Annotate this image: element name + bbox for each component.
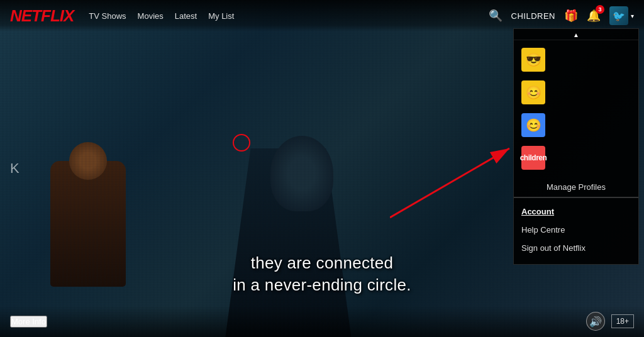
- profile-dropdown: ▲ 😎 😊 😊 children Manage Profiles Account…: [513, 28, 639, 265]
- subtitles: they are connected in a never-ending cir…: [233, 252, 411, 296]
- help-centre-link[interactable]: Help Centre: [521, 221, 631, 238]
- navbar: NETFLIX TV Shows Movies Latest My List 🔍…: [0, 0, 644, 31]
- profile-item-4[interactable]: children: [521, 143, 631, 172]
- age-rating-badge: 18+: [611, 314, 634, 328]
- notification-badge: 3: [596, 5, 604, 14]
- profile-list: 😎 😊 😊 children: [514, 40, 638, 177]
- account-link[interactable]: Account: [521, 203, 631, 220]
- bottom-right-controls: 🔊 18+: [586, 312, 634, 331]
- nav-my-list[interactable]: My List: [208, 11, 234, 21]
- chevron-down-icon: ▾: [631, 13, 634, 19]
- profile-item-3[interactable]: 😊: [521, 111, 631, 140]
- profile-item-1[interactable]: 😎: [521, 45, 631, 74]
- profile-avatar-1: 😎: [521, 48, 545, 72]
- k-letter: K: [10, 160, 19, 177]
- dropdown-section: Account Help Centre Sign out of Netflix: [514, 198, 638, 262]
- volume-button[interactable]: 🔊: [586, 312, 605, 331]
- nav-latest[interactable]: Latest: [175, 11, 197, 21]
- avatar-image: 🐦: [609, 6, 628, 25]
- more-info-button[interactable]: More Info: [10, 316, 47, 328]
- nav-links: TV Shows Movies Latest My List: [89, 11, 488, 21]
- notifications-icon[interactable]: 🔔 3: [587, 9, 601, 23]
- gift-icon[interactable]: 🎁: [564, 9, 578, 23]
- netflix-logo[interactable]: NETFLIX: [10, 6, 74, 26]
- nav-movies[interactable]: Movies: [138, 11, 164, 21]
- avatar-container[interactable]: 🐦 ▾: [609, 6, 634, 25]
- nav-tv-shows[interactable]: TV Shows: [89, 11, 126, 21]
- profile-avatar-3: 😊: [521, 113, 545, 137]
- bottom-bar: More Info 🔊 18+: [0, 306, 644, 337]
- profile-item-2[interactable]: 😊: [521, 78, 631, 107]
- subtitle-line-1: they are connected: [233, 252, 411, 274]
- manage-profiles-link[interactable]: Manage Profiles: [514, 177, 638, 197]
- search-icon[interactable]: 🔍: [489, 9, 502, 23]
- nav-right: 🔍 CHILDREN 🎁 🔔 3 🐦 ▾: [489, 6, 634, 25]
- scroll-indicator: ▲: [514, 29, 638, 40]
- profile-avatar-children: children: [521, 146, 545, 170]
- subtitle-line-2: in a never-ending circle.: [233, 274, 411, 296]
- sign-out-link[interactable]: Sign out of Netflix: [521, 240, 631, 257]
- children-label[interactable]: CHILDREN: [511, 11, 555, 21]
- profile-avatar-2: 😊: [521, 80, 545, 104]
